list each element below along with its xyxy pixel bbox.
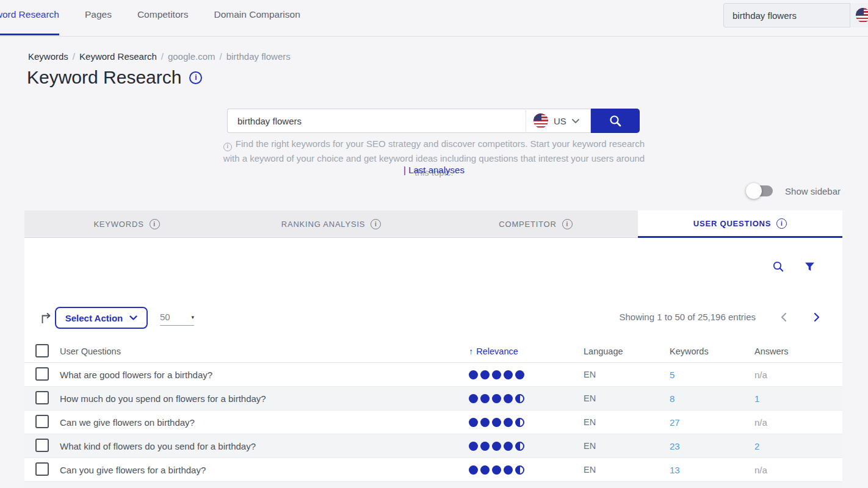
table-body: What are good flowers for a birthday? EN…: [24, 363, 842, 482]
tab-label: RANKING ANALYSIS: [281, 220, 366, 229]
relevance-dot: [492, 370, 501, 379]
breadcrumb-item[interactable]: Keywords: [28, 51, 68, 62]
country-select[interactable]: US: [526, 109, 591, 133]
row-checkbox[interactable]: [35, 391, 49, 404]
show-sidebar-toggle[interactable]: [748, 185, 773, 196]
relevance-dots: [469, 442, 584, 451]
relevance-dot: [515, 418, 524, 427]
keywords-link[interactable]: 8: [670, 393, 754, 404]
select-all-checkbox[interactable]: [35, 344, 49, 357]
export-icon[interactable]: [40, 310, 53, 328]
answers-cell[interactable]: 1: [754, 393, 842, 404]
dropdown-caret-icon: ▾: [191, 314, 194, 320]
row-checkbox[interactable]: [35, 462, 49, 476]
question-text: Can we give flowers on birthday?: [60, 417, 469, 428]
us-flag-icon: [856, 8, 868, 23]
table-row[interactable]: How much do you spend on flowers for a b…: [24, 387, 842, 411]
search-button[interactable]: [591, 109, 640, 133]
page-size-select[interactable]: 50 ▾: [160, 309, 194, 326]
relevance-dots: [469, 418, 584, 427]
language-cell: EN: [584, 393, 670, 403]
row-checkbox[interactable]: [35, 367, 49, 381]
breadcrumb-separator: /: [220, 51, 222, 62]
question-text: What are good flowers for a birthday?: [60, 370, 469, 380]
column-header-relevance[interactable]: ↑Relevance: [469, 346, 584, 356]
relevance-dot: [492, 418, 501, 427]
relevance-dot: [504, 394, 513, 403]
next-page-button[interactable]: [814, 312, 820, 322]
sort-ascending-icon: ↑: [469, 346, 473, 356]
info-icon[interactable]: i: [189, 71, 202, 84]
column-header-language[interactable]: Language: [584, 346, 670, 356]
filter-icon[interactable]: [805, 262, 815, 272]
nav-item-keyword-research[interactable]: Keyword Research: [0, 0, 59, 36]
relevance-dot: [492, 442, 501, 451]
relevance-dot: [469, 465, 478, 475]
relevance-dot: [469, 442, 478, 451]
relevance-dot: [480, 370, 490, 379]
pagination: Showing 1 to 50 of 25,196 entries: [620, 312, 821, 322]
results-panel: KEYWORDSiRANKING ANALYSISiCOMPETITORiUSE…: [24, 210, 842, 488]
select-action-button[interactable]: Select Action: [55, 307, 148, 329]
relevance-dot: [504, 370, 513, 379]
breadcrumb-item[interactable]: birthday flowers: [226, 51, 291, 62]
answers-cell[interactable]: 2: [754, 441, 842, 451]
table-row-partial: [24, 482, 842, 488]
relevance-dot: [469, 418, 478, 427]
table-row[interactable]: What are good flowers for a birthday? EN…: [24, 363, 842, 387]
table-search-icon[interactable]: [772, 260, 784, 273]
column-header-keywords[interactable]: Keywords: [670, 346, 754, 356]
tab-label: USER QUESTIONS: [693, 219, 772, 228]
question-text: What kind of flowers do you send for a b…: [60, 441, 469, 451]
keywords-link[interactable]: 23: [670, 441, 754, 451]
language-cell: EN: [584, 370, 670, 379]
relevance-dot: [492, 394, 501, 403]
tab-user-questions[interactable]: USER QUESTIONSi: [638, 210, 842, 238]
column-header-user-questions[interactable]: User Questions: [60, 346, 469, 356]
relevance-dots: [469, 465, 584, 475]
table-row[interactable]: Can we give flowers on birthday? EN 27 n…: [24, 411, 842, 434]
breadcrumb-item[interactable]: google.com: [168, 51, 215, 62]
keywords-link[interactable]: 13: [670, 465, 754, 475]
keywords-link[interactable]: 5: [670, 370, 754, 380]
breadcrumb-item[interactable]: Keyword Research: [79, 51, 157, 62]
tab-competitor[interactable]: COMPETITORi: [433, 210, 638, 238]
toggle-knob: [746, 183, 762, 199]
breadcrumb-separator: /: [73, 51, 75, 62]
relevance-dots: [469, 394, 584, 403]
last-analyses-link[interactable]: | Last analyses: [0, 165, 868, 175]
showing-entries-text: Showing 1 to 50 of 25,196 entries: [620, 312, 756, 322]
question-text: How much do you spend on flowers for a b…: [60, 393, 469, 404]
select-action-label: Select Action: [65, 313, 123, 323]
search-icon: [609, 114, 622, 127]
info-icon: i: [223, 143, 232, 151]
tab-keywords[interactable]: KEYWORDSi: [24, 210, 229, 238]
previous-page-button[interactable]: [780, 312, 787, 322]
relevance-dot: [515, 442, 524, 451]
topnav-country-area[interactable]: [850, 3, 868, 27]
us-flag-icon: [533, 113, 548, 128]
top-navigation: Keyword ResearchPagesCompetitorsDomain C…: [0, 0, 868, 37]
keyword-input[interactable]: [227, 109, 526, 133]
country-code: US: [554, 116, 566, 126]
relevance-dot: [515, 394, 524, 403]
question-text: Can you give flowers for a birthday?: [60, 465, 469, 475]
tab-ranking-analysis[interactable]: RANKING ANALYSISi: [229, 210, 433, 238]
page-title-row: Keyword Research i: [27, 67, 202, 88]
table-toolbar: Select Action 50 ▾ Showing 1 to 50 of 25…: [24, 307, 842, 330]
page-title: Keyword Research: [27, 67, 181, 88]
relevance-dot: [469, 394, 478, 403]
keywords-link[interactable]: 27: [670, 417, 754, 428]
breadcrumb-separator: /: [161, 51, 164, 62]
table-row[interactable]: Can you give flowers for a birthday? EN …: [24, 458, 842, 482]
topnav-search-input[interactable]: [723, 3, 850, 27]
nav-item-pages[interactable]: Pages: [85, 0, 112, 36]
row-checkbox[interactable]: [35, 415, 49, 428]
column-header-answers[interactable]: Answers: [754, 346, 842, 356]
table-row[interactable]: What kind of flowers do you send for a b…: [24, 434, 842, 458]
nav-item-competitors[interactable]: Competitors: [137, 0, 189, 36]
page-size-value: 50: [160, 312, 170, 322]
nav-item-domain-comparison[interactable]: Domain Comparison: [214, 0, 300, 36]
chevron-down-icon: [572, 119, 579, 123]
row-checkbox[interactable]: [35, 439, 49, 452]
